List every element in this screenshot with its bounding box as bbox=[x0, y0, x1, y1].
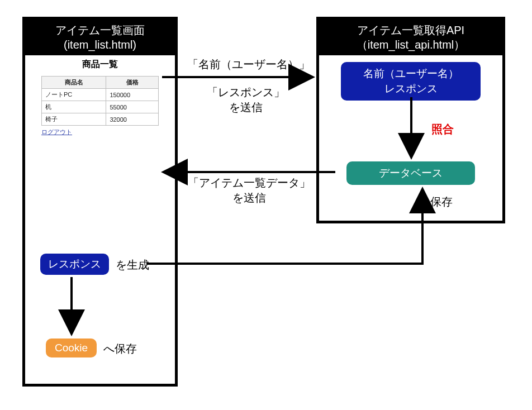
item-list-screen-header: アイテム一覧画面 (item_list.html) bbox=[25, 20, 175, 55]
item-list-screen-box: アイテム一覧画面 (item_list.html) 商品一覧 商品名 価格 ノー… bbox=[22, 17, 178, 387]
cookie-save-text: へ保存 bbox=[100, 342, 137, 355]
response-pill: レスポンス bbox=[40, 254, 109, 275]
table-row: 椅子 32000 bbox=[42, 113, 159, 126]
arrow-label-return-data: 「アイテム一覧データ」 を送信 bbox=[182, 175, 316, 206]
item-list-title-2: (item_list.html) bbox=[27, 37, 173, 52]
api-title-1: アイテム一覧取得API bbox=[321, 23, 500, 37]
arrow-label-send-response: 「レスポンス」 を送信 bbox=[201, 85, 291, 115]
api-title-2: （item_list_api.html） bbox=[321, 37, 500, 52]
item-list-api-box: アイテム一覧取得API （item_list_api.html） 名前（ユーザー… bbox=[316, 17, 505, 223]
table-row: ノートPC 150000 bbox=[42, 89, 159, 101]
cookie-save-row: Cookie へ保存 bbox=[46, 339, 137, 357]
api-input-line2: レスポンス bbox=[351, 82, 471, 97]
products-table: 商品名 価格 ノートPC 150000 机 55000 椅子 32000 bbox=[41, 76, 159, 126]
database-pill: データベース bbox=[346, 161, 475, 185]
response-generate-row: レスポンス を生成 bbox=[40, 254, 149, 275]
table-row: 机 55000 bbox=[42, 101, 159, 113]
col-header-price: 価格 bbox=[106, 77, 159, 89]
generate-text: を生成 bbox=[112, 259, 149, 271]
verify-label: 照合 bbox=[431, 122, 454, 137]
cookie-pill: Cookie bbox=[46, 339, 97, 357]
preview-heading: 商品一覧 bbox=[41, 59, 159, 70]
col-header-name: 商品名 bbox=[42, 77, 106, 89]
api-input-pill: 名前（ユーザー名） レスポンス bbox=[341, 62, 481, 101]
logout-link: ログアウト bbox=[41, 128, 72, 136]
item-list-title-1: アイテム一覧画面 bbox=[27, 23, 173, 37]
item-list-api-header: アイテム一覧取得API （item_list_api.html） bbox=[319, 20, 502, 55]
item-list-preview: 商品一覧 商品名 価格 ノートPC 150000 机 55000 椅子 3200… bbox=[41, 59, 159, 136]
save-label: 保存 bbox=[430, 194, 453, 209]
arrow-label-send-name: 「名前（ユーザー名）」 bbox=[184, 57, 313, 72]
api-input-line1: 名前（ユーザー名） bbox=[351, 66, 471, 82]
